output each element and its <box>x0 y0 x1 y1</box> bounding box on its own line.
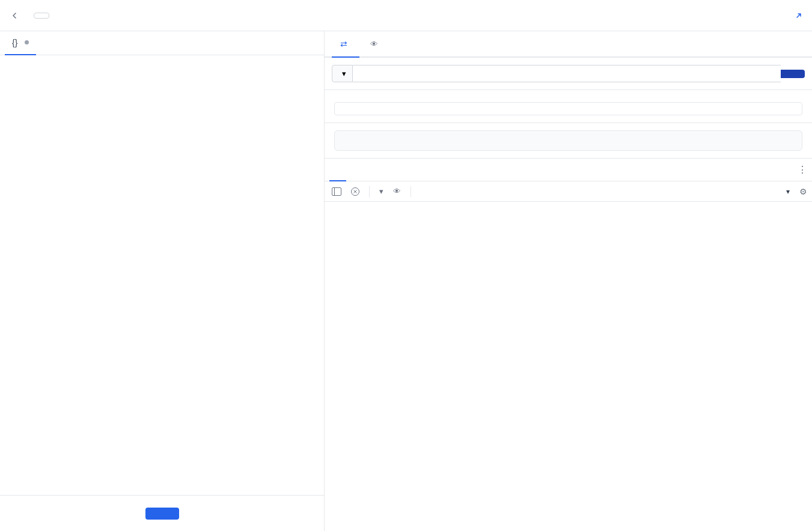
documentation-link[interactable] <box>793 12 802 19</box>
filter-input[interactable] <box>418 186 774 197</box>
main-layout: {} ⇄ 👁 <box>0 31 812 531</box>
code-lines <box>0 55 324 65</box>
right-panel: ⇄ 👁 ▾ <box>325 31 812 531</box>
tab-http[interactable]: ⇄ <box>332 31 359 58</box>
dropdown-arrow-icon: ▾ <box>342 69 346 78</box>
tab-network[interactable] <box>363 159 380 181</box>
send-button[interactable] <box>781 70 805 78</box>
console-menu-button[interactable]: ⋮ <box>798 164 807 175</box>
clear-console-button[interactable] <box>349 186 362 197</box>
filter-dropdown-button[interactable]: ▾ <box>377 186 386 197</box>
script-icon: {} <box>12 38 17 47</box>
default-levels-button[interactable]: ▾ <box>779 186 795 197</box>
line-numbers <box>0 55 24 65</box>
back-button[interactable] <box>10 11 19 20</box>
toolbar-divider <box>369 186 370 198</box>
console-body[interactable] <box>325 202 812 302</box>
eye-filter-button[interactable]: 👁 <box>391 186 403 197</box>
console-panel: ⋮ ▾ 👁 ▾ ⚙ <box>325 158 812 302</box>
headers-section <box>325 90 812 123</box>
console-tab-bar: ⋮ <box>325 159 812 181</box>
tab-sources[interactable] <box>346 159 363 181</box>
eye-icon: 👁 <box>370 40 378 49</box>
unsaved-indicator <box>25 40 29 44</box>
levels-dropdown-icon: ▾ <box>786 187 790 196</box>
tab-console[interactable] <box>329 159 346 181</box>
save-bar <box>0 495 324 531</box>
topbar <box>0 0 812 31</box>
topbar-left <box>10 11 49 20</box>
filter-pipe <box>411 186 411 197</box>
console-toolbar: ▾ 👁 ▾ ⚙ <box>325 181 812 202</box>
console-settings-button[interactable]: ⚙ <box>799 187 807 196</box>
sidebar-toggle-button[interactable] <box>329 186 344 197</box>
url-input[interactable] <box>353 65 781 82</box>
code-tab-bar: {} <box>0 31 324 55</box>
worker-response-info <box>334 130 802 151</box>
code-content[interactable] <box>24 55 324 65</box>
arrows-icon: ⇄ <box>340 39 347 49</box>
http-tab-bar: ⇄ 👁 <box>325 31 812 58</box>
deploy-live-button[interactable] <box>34 13 49 19</box>
http-request-row: ▾ <box>325 58 812 90</box>
console-tabs <box>329 159 380 181</box>
code-editor[interactable] <box>0 55 324 495</box>
method-select[interactable]: ▾ <box>332 65 353 82</box>
save-deploy-button[interactable] <box>145 508 179 520</box>
tab-script[interactable]: {} <box>5 31 36 55</box>
svg-rect-0 <box>332 187 341 195</box>
tab-preview[interactable]: 👁 <box>362 31 390 58</box>
code-panel: {} <box>0 31 325 531</box>
no-headers-message <box>334 102 802 115</box>
